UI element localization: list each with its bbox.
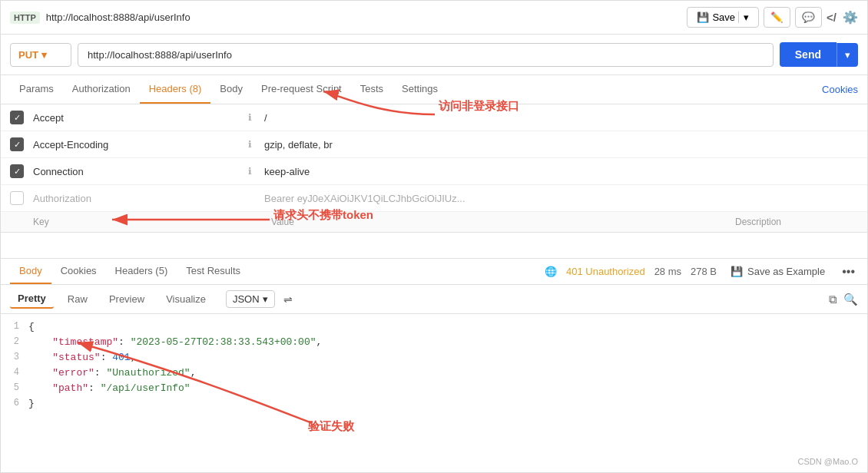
col-key-label: Key <box>10 217 271 227</box>
info-icon-connection: ℹ <box>248 166 252 177</box>
top-bar: HTTP http://localhost:8888/api/userInfo … <box>1 1 867 35</box>
request-bar: PUT ▾ Send ▾ <box>1 35 867 75</box>
tab-tests[interactable]: Tests <box>351 75 393 104</box>
line-number: 1 <box>1 321 28 335</box>
resp-tab-headers[interactable]: Headers (5) <box>106 259 177 284</box>
url-input[interactable] <box>78 43 774 67</box>
more-options-button[interactable]: ••• <box>839 265 858 279</box>
tab-authorization[interactable]: Authorization <box>63 75 140 104</box>
code-line-1: 1 { <box>1 320 867 336</box>
col-value-label: Value <box>271 217 735 227</box>
line-content: "timestamp": "2023-05-27T02:38:33.543+00… <box>28 336 867 350</box>
search-button[interactable]: 🔍 <box>843 293 858 306</box>
fmt-tab-preview[interactable]: Preview <box>101 290 152 308</box>
response-size: 278 B <box>691 266 717 277</box>
wrap-icon[interactable]: ⇌ <box>281 291 295 308</box>
code-button[interactable]: </ <box>827 11 837 24</box>
save-example-icon: 💾 <box>731 266 743 277</box>
line-content: { <box>28 321 867 335</box>
response-time: 28 ms <box>654 266 681 277</box>
table-row: Connection ℹ keep-alive <box>1 158 867 185</box>
column-headers: Key Value Description <box>1 212 867 233</box>
resp-tab-test-results[interactable]: Test Results <box>177 259 250 284</box>
resp-tab-body[interactable]: Body <box>10 259 51 284</box>
fmt-tab-visualize[interactable]: Visualize <box>158 290 214 308</box>
line-content: } <box>28 398 867 412</box>
header-value-accept: / <box>264 112 858 124</box>
code-line-5: 5 "path": "/api/userInfo" <box>1 382 867 397</box>
fmt-tab-raw[interactable]: Raw <box>60 290 95 308</box>
save-label: Save <box>712 12 735 23</box>
col-desc-label: Description <box>735 217 858 227</box>
response-section: Body Cookies Headers (5) Test Results 🌐 … <box>1 258 867 472</box>
line-number: 2 <box>1 336 28 350</box>
header-value-encoding: gzip, deflate, br <box>264 139 858 150</box>
headers-section: Accept ℹ / Accept-Encoding ℹ gzip, defla… <box>1 104 867 258</box>
table-row: Accept-Encoding ℹ gzip, deflate, br <box>1 131 867 158</box>
tab-headers[interactable]: Headers (8) <box>140 75 211 104</box>
save-button[interactable]: 💾 Save ▾ <box>687 7 759 28</box>
method-chevron-icon: ▾ <box>41 49 47 61</box>
send-button[interactable]: Send <box>780 42 837 67</box>
code-line-3: 3 "status": 401, <box>1 351 867 366</box>
line-number: 6 <box>1 398 28 412</box>
watermark: CSDN @Mao.O <box>798 457 858 466</box>
fmt-tab-pretty[interactable]: Pretty <box>10 289 54 309</box>
checkbox-connection[interactable] <box>10 164 24 178</box>
checkbox-encoding[interactable] <box>10 137 24 151</box>
main-content: Accept ℹ / Accept-Encoding ℹ gzip, defla… <box>1 104 867 472</box>
method-select[interactable]: PUT ▾ <box>10 43 71 67</box>
tab-params[interactable]: Params <box>10 75 63 104</box>
format-bar: Pretty Raw Preview Visualize JSON ▾ ⇌ ⧉ … <box>1 285 867 314</box>
code-line-4: 4 "error": "Unauthorized", <box>1 366 867 382</box>
line-number: 3 <box>1 352 28 366</box>
header-value-auth: Bearer eyJ0eXAiOiJKV1QiLCJhbGciOiJIUz... <box>264 193 858 204</box>
copy-button[interactable]: ⧉ <box>829 293 837 306</box>
info-icon-accept: ℹ <box>248 112 252 123</box>
request-tabs: Params Authorization Headers (8) Body Pr… <box>1 75 867 104</box>
line-content: "status": 401, <box>28 352 867 366</box>
status-badge: 401 Unauthorized <box>566 266 645 277</box>
tab-body[interactable]: Body <box>210 75 252 104</box>
code-line-6: 6 } <box>1 397 867 412</box>
table-row: Authorization ℹ Bearer eyJ0eXAiOiJKV1QiL… <box>1 185 867 212</box>
save-icon: 💾 <box>697 12 709 23</box>
checkbox-auth[interactable] <box>10 191 24 205</box>
format-chevron-icon: ▾ <box>263 293 268 305</box>
top-bar-actions: 💾 Save ▾ ✏️ 💬 </ <box>687 7 837 28</box>
send-chevron-button[interactable]: ▾ <box>837 43 858 67</box>
line-content: "error": "Unauthorized", <box>28 367 867 381</box>
resp-tab-cookies[interactable]: Cookies <box>51 259 106 284</box>
header-key-accept: Accept <box>33 112 248 124</box>
header-value-connection: keep-alive <box>264 166 858 177</box>
tab-settings[interactable]: Settings <box>393 75 447 104</box>
checkbox-accept[interactable] <box>10 111 24 124</box>
header-key-auth: Authorization <box>33 193 248 204</box>
method-label: PUT <box>18 49 38 61</box>
info-icon-encoding: ℹ <box>248 139 252 150</box>
tab-cookies[interactable]: Cookies <box>822 76 858 103</box>
line-number: 4 <box>1 367 28 381</box>
code-line-2: 2 "timestamp": "2023-05-27T02:38:33.543+… <box>1 336 867 351</box>
save-example-label: Save as Example <box>747 266 825 277</box>
format-select[interactable]: JSON ▾ <box>226 290 275 308</box>
response-tabs-bar: Body Cookies Headers (5) Test Results 🌐 … <box>1 258 867 285</box>
save-example-button[interactable]: 💾 Save as Example <box>726 266 830 277</box>
header-key-encoding: Accept-Encoding <box>33 139 248 150</box>
table-row: Accept ℹ / <box>1 104 867 131</box>
globe-icon: 🌐 <box>545 266 557 277</box>
line-content: "path": "/api/userInfo" <box>28 382 867 396</box>
code-area: 1 { 2 "timestamp": "2023-05-27T02:38:33.… <box>1 314 867 472</box>
format-label: JSON <box>233 293 260 305</box>
top-bar-url: http://localhost:8888/api/userInfo <box>46 12 681 23</box>
tab-prerequest[interactable]: Pre-request Script <box>252 75 351 104</box>
save-chevron-icon: ▾ <box>738 12 749 23</box>
line-number: 5 <box>1 382 28 396</box>
comment-button[interactable]: 💬 <box>795 7 822 28</box>
header-key-connection: Connection <box>33 166 248 177</box>
send-button-group: Send ▾ <box>780 42 858 67</box>
format-actions: ⧉ 🔍 <box>829 293 858 306</box>
protocol-badge: HTTP <box>10 12 40 24</box>
gear-button[interactable]: ⚙️ <box>843 10 858 25</box>
edit-button[interactable]: ✏️ <box>764 7 790 28</box>
